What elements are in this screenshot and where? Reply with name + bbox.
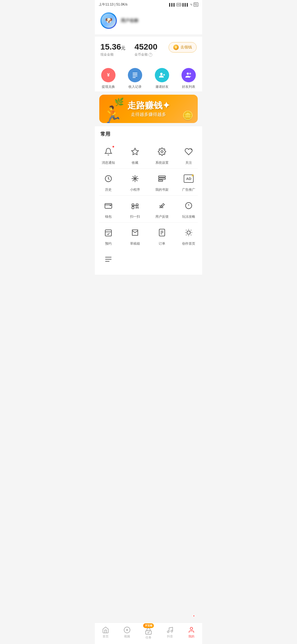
- menu-orders[interactable]: 订单: [148, 223, 175, 249]
- svg-line-49: [191, 235, 191, 235]
- action-income[interactable]: 收入记录: [128, 68, 142, 89]
- booking-icon: [104, 228, 112, 237]
- favorites-label: 收藏: [132, 160, 138, 165]
- coins-amount: 45200: [134, 42, 169, 51]
- coins-illustration: 🪙: [182, 110, 193, 121]
- svg-text:+: +: [191, 148, 192, 151]
- ads-label: 广告推广: [182, 187, 195, 192]
- cash-label: 现金金额: [100, 52, 134, 57]
- miniapp-icon: [131, 174, 139, 183]
- wallet-icon: [104, 201, 112, 210]
- invite-icon: [155, 68, 169, 82]
- menu-feedback[interactable]: 用户反馈: [148, 196, 175, 222]
- drafts-icon: [131, 228, 139, 237]
- drafts-label: 草稿箱: [130, 241, 140, 246]
- action-invite[interactable]: 邀请好友: [155, 68, 169, 89]
- menu-scan[interactable]: 扫一扫: [122, 196, 149, 222]
- menu-history[interactable]: 历史: [95, 169, 122, 195]
- action-cashout[interactable]: ¥ 提现兑换: [101, 68, 116, 89]
- menu-drafts[interactable]: 草稿箱: [122, 223, 149, 249]
- menu-settings[interactable]: 系统设置: [148, 142, 175, 168]
- svg-point-6: [160, 73, 163, 75]
- action-friends[interactable]: 好友列表: [182, 68, 196, 89]
- svg-line-50: [186, 235, 187, 235]
- svg-rect-2: [133, 73, 138, 73]
- menu-favorites[interactable]: 收藏: [122, 142, 149, 168]
- settings-icon: [158, 148, 166, 156]
- svg-text:¥: ¥: [107, 72, 110, 78]
- guide-icon: [185, 201, 193, 210]
- income-label: 收入记录: [128, 84, 142, 89]
- friends-label: 好友列表: [182, 84, 195, 89]
- svg-rect-37: [105, 230, 112, 236]
- svg-point-12: [161, 151, 163, 153]
- cashout-label: 提现兑换: [102, 84, 115, 89]
- svg-line-48: [186, 230, 187, 231]
- menu-ads[interactable]: AD ⚡ 广告推广: [175, 169, 202, 195]
- runner-illustration: 🏃: [102, 107, 123, 123]
- svg-rect-23: [105, 204, 112, 209]
- menu-bookshelf[interactable]: 我的书架: [148, 169, 175, 195]
- svg-rect-21: [158, 178, 165, 179]
- svg-point-24: [110, 206, 111, 206]
- svg-point-10: [189, 73, 191, 75]
- svg-point-43: [187, 231, 191, 234]
- orders-label: 订单: [159, 241, 165, 246]
- coins-help-icon[interactable]: ?: [148, 53, 152, 57]
- battery-indicator: 51: [194, 2, 198, 7]
- svg-rect-20: [158, 176, 165, 177]
- booking-label: 预约: [105, 241, 112, 246]
- leaves-illustration: 🌿: [114, 97, 124, 107]
- follow-icon: +: [185, 148, 193, 156]
- banner[interactable]: 🏃 🌿 走路赚钱✦ 走得越多赚得越多 🪙: [99, 95, 198, 123]
- menu-more[interactable]: [95, 249, 122, 269]
- svg-rect-4: [133, 76, 138, 76]
- coins-label: 金币金额 ?: [134, 52, 169, 57]
- scan-label: 扫一扫: [130, 214, 140, 219]
- svg-rect-3: [133, 74, 138, 75]
- status-time-network: 上午11:13 | 51.0K/s: [99, 2, 128, 7]
- coin-icon: ¥: [173, 45, 179, 50]
- avatar[interactable]: 🐶: [100, 12, 117, 29]
- history-label: 历史: [105, 187, 112, 192]
- favorites-icon: [131, 148, 139, 156]
- common-section: 常用 消息通知 收藏: [95, 126, 202, 275]
- menu-booking[interactable]: 预约: [95, 223, 122, 249]
- creative-icon: [185, 228, 193, 237]
- feedback-icon: [158, 201, 166, 210]
- notification-icon: [104, 148, 112, 156]
- menu-notification[interactable]: 消息通知: [95, 142, 122, 168]
- friends-icon: [182, 68, 196, 82]
- wifi-icon: ∿: [190, 3, 193, 6]
- menu-row-4: 预约 草稿箱 订单: [95, 223, 202, 249]
- wallet-section: 15.36元 现金金额 45200 金币金额 ? ¥ 去领钱: [95, 37, 202, 64]
- claim-button-wrap: ¥ 去领钱: [169, 42, 197, 53]
- feedback-label: 用户反馈: [155, 214, 169, 219]
- follow-label: 关注: [185, 160, 192, 165]
- svg-point-9: [187, 73, 189, 75]
- svg-rect-5: [133, 77, 136, 78]
- svg-rect-26: [132, 207, 134, 209]
- menu-follow[interactable]: + 关注: [175, 142, 202, 168]
- notification-label: 消息通知: [102, 160, 115, 165]
- menu-row-3: 钱包 扫一扫: [95, 196, 202, 222]
- section-title: 常用: [95, 131, 202, 142]
- bookshelf-icon: [158, 174, 166, 183]
- signal-icon-2: ▌▌▌: [182, 3, 189, 6]
- bookshelf-label: 我的书架: [155, 187, 169, 192]
- ads-icon: AD ⚡: [184, 174, 194, 183]
- miniapp-label: 小程序: [130, 187, 140, 192]
- status-bar: 上午11:13 | 51.0K/s ▌▌▌ HD ▌▌▌ ∿ 51: [95, 0, 202, 8]
- menu-miniapp[interactable]: 小程序: [122, 169, 149, 195]
- claim-button[interactable]: ¥ 去领钱: [169, 42, 197, 53]
- status-icons: ▌▌▌ HD ▌▌▌ ∿ 51: [169, 2, 198, 7]
- menu-wallet[interactable]: 钱包: [95, 196, 122, 222]
- menu-guide[interactable]: 玩法攻略: [175, 196, 202, 222]
- menu-creative[interactable]: 创作首页: [175, 223, 202, 249]
- income-icon: [128, 68, 142, 82]
- wallet-label: 钱包: [105, 214, 112, 219]
- invite-label: 邀请好友: [155, 84, 169, 89]
- coins-info: 45200 金币金额 ?: [134, 42, 169, 57]
- orders-icon: [158, 228, 166, 237]
- cash-info: 15.36元 现金金额: [100, 42, 134, 57]
